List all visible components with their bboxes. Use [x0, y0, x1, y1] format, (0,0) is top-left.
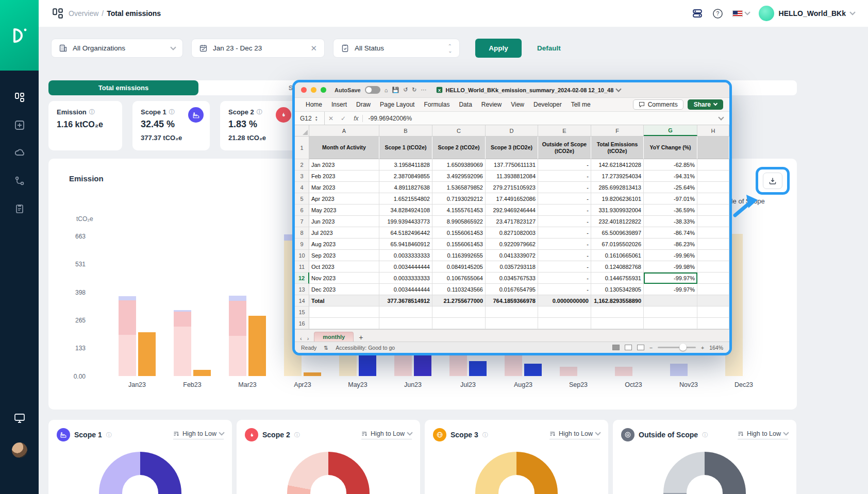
formula-value[interactable]: -99.96942006%	[362, 115, 412, 122]
add-sheet-icon[interactable]: +	[359, 333, 363, 342]
cell[interactable]	[538, 306, 591, 318]
organization-filter[interactable]: All Organizations	[51, 39, 183, 58]
cell[interactable]: -	[538, 205, 591, 216]
cell[interactable]: 764.1859366978	[486, 295, 538, 306]
user-menu[interactable]: HELLO_World_BKk	[759, 6, 855, 21]
cancel-entry-icon[interactable]: ✕	[325, 115, 337, 122]
cell[interactable]: Feb 2023	[309, 171, 379, 182]
download-button[interactable]	[763, 173, 782, 189]
cell[interactable]: 0.0033333333	[379, 250, 432, 261]
cell[interactable]	[309, 306, 379, 318]
cell[interactable]: 8.9905865922	[432, 216, 486, 227]
cell[interactable]: Mar 2023	[309, 182, 379, 193]
cell[interactable]: -25.64%	[644, 182, 697, 193]
menu-item-formulas[interactable]: Formulas	[419, 101, 454, 108]
row-number-1[interactable]: 1	[295, 137, 309, 159]
cell[interactable]: 0.0849145205	[432, 261, 486, 272]
menu-item-data[interactable]: Data	[454, 101, 476, 108]
language-selector[interactable]	[732, 10, 749, 17]
cell[interactable]: Aug 2023	[309, 239, 379, 250]
sidebar-item-report[interactable]	[14, 203, 25, 214]
cell[interactable]	[432, 318, 486, 329]
cell[interactable]: 0.0167654795	[486, 284, 538, 295]
cell[interactable]	[538, 318, 591, 329]
column-header-F[interactable]: F	[591, 125, 644, 136]
cell[interactable]: -	[538, 216, 591, 227]
cell[interactable]: Jan 2023	[309, 159, 379, 171]
bar-segment[interactable]	[174, 310, 191, 312]
cell[interactable]	[379, 318, 432, 329]
cell[interactable]	[486, 306, 538, 318]
cell[interactable]	[309, 318, 379, 329]
sheet-next-icon[interactable]: ›	[307, 335, 309, 342]
cell[interactable]: 0.0345767533	[486, 272, 538, 284]
cell[interactable]: 1.6509389069	[432, 159, 486, 171]
info-icon[interactable]: ⓘ	[702, 431, 708, 439]
cell[interactable]: 142.6218412028	[591, 159, 644, 171]
row-number-11[interactable]: 11	[295, 261, 309, 272]
row-number-2[interactable]: 2	[295, 159, 309, 171]
cell[interactable]: Apr 2023	[309, 193, 379, 205]
bar-segment[interactable]	[119, 335, 136, 376]
normal-view-icon[interactable]	[612, 345, 620, 350]
info-icon[interactable]: ⓘ	[294, 431, 300, 439]
cell[interactable]: 0.0000000000	[538, 295, 591, 306]
cell[interactable]: -	[538, 182, 591, 193]
cell[interactable]: -	[538, 193, 591, 205]
cell[interactable]: 21.2755677000	[432, 295, 486, 306]
cell[interactable]	[591, 306, 644, 318]
undo-icon[interactable]: ↺	[403, 87, 408, 93]
cell[interactable]: 11.3938812084	[486, 171, 538, 182]
row-number-9[interactable]: 9	[295, 239, 309, 250]
row-number-10[interactable]: 10	[295, 250, 309, 261]
bar-segment[interactable]	[304, 372, 321, 376]
cell[interactable]	[697, 272, 729, 284]
save-icon[interactable]: 💾	[392, 87, 399, 93]
bar-segment[interactable]	[138, 332, 156, 376]
sheet-tab-monthly[interactable]: monthly	[314, 332, 354, 342]
comments-button[interactable]: Comments	[633, 99, 683, 110]
sidebar-item-cloud[interactable]	[14, 148, 25, 158]
cell[interactable]: Dec 2023	[309, 284, 379, 295]
cell[interactable]: 0.1067655064	[432, 272, 486, 284]
cell[interactable]: 0.0357293118	[486, 261, 538, 272]
cell[interactable]	[379, 306, 432, 318]
cell[interactable]	[697, 182, 729, 193]
cell[interactable]: 23.4717823127	[486, 216, 538, 227]
cell[interactable]: 331.9309932004	[591, 205, 644, 216]
maximize-icon[interactable]	[321, 87, 326, 93]
cell[interactable]	[697, 318, 729, 329]
default-link[interactable]: Default	[537, 44, 561, 52]
cell[interactable]: 0.0034444444	[379, 261, 432, 272]
bar-segment[interactable]	[119, 296, 136, 300]
cell[interactable]: -	[538, 171, 591, 182]
info-icon[interactable]: ⓘ	[89, 108, 95, 116]
info-icon[interactable]: ⓘ	[169, 108, 175, 116]
row-number-6[interactable]: 6	[295, 205, 309, 216]
cell[interactable]: 0.1103243566	[432, 284, 486, 295]
menu-item-tell-me[interactable]: Tell me	[566, 101, 595, 108]
cell[interactable]: Jul 2023	[309, 227, 379, 239]
cell[interactable]: Oct 2023	[309, 261, 379, 272]
cell[interactable]: 1.5365879852	[432, 182, 486, 193]
bar-segment[interactable]	[248, 316, 266, 376]
cell[interactable]	[697, 193, 729, 205]
cell[interactable]: 0.1240882768	[591, 261, 644, 272]
autosave-toggle[interactable]	[365, 86, 380, 94]
sidebar-item-flow[interactable]	[14, 176, 25, 186]
redo-icon[interactable]: ↻	[412, 87, 416, 93]
name-box[interactable]: G12▲▼	[295, 112, 325, 125]
cell[interactable]: 34.8284924108	[379, 205, 432, 216]
cell[interactable]: 1,162.8293558890	[591, 295, 644, 306]
cell[interactable]	[644, 306, 697, 318]
row-number-4[interactable]: 4	[295, 182, 309, 193]
cell[interactable]: 65.9418460912	[379, 239, 432, 250]
zoom-in-icon[interactable]: +	[701, 345, 704, 351]
cell[interactable]: 0.1556061453	[432, 227, 486, 239]
page-break-view-icon[interactable]	[637, 345, 644, 350]
cell[interactable]: 3.4929592096	[432, 171, 486, 182]
menu-item-review[interactable]: Review	[477, 101, 506, 108]
bar-segment[interactable]	[524, 364, 542, 376]
menu-item-home[interactable]: Home	[301, 101, 327, 108]
sidebar-item-monitor[interactable]	[14, 413, 25, 425]
